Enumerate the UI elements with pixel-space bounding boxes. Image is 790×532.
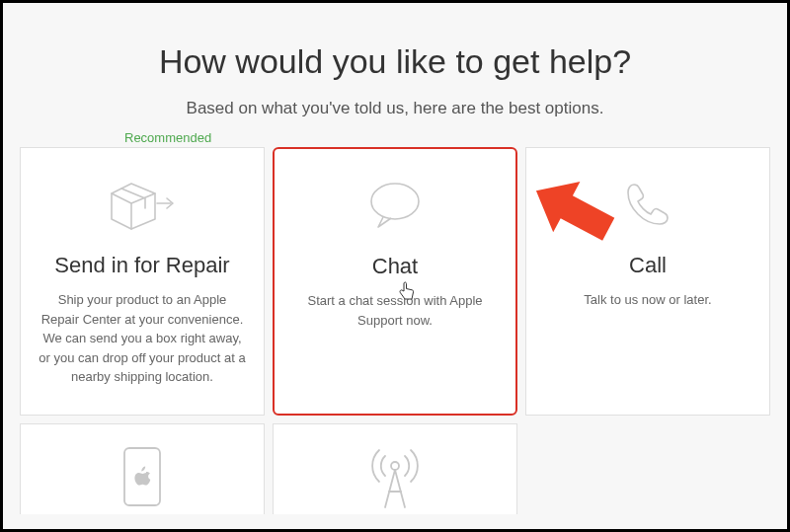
option-card-antenna[interactable]: [273, 423, 517, 514]
card-title-chat: Chat: [372, 254, 418, 279]
options-grid: Send in for Repair Ship your product to …: [18, 147, 772, 416]
option-card-send-in-repair[interactable]: Send in for Repair Ship your product to …: [20, 147, 265, 416]
page-title: How would you like to get help?: [18, 42, 772, 81]
card-title-call: Call: [629, 253, 667, 278]
option-card-apple-device[interactable]: [20, 423, 265, 514]
svg-point-0: [371, 184, 419, 219]
card-desc-chat: Start a chat session with Apple Support …: [292, 291, 498, 330]
phone-icon: [618, 170, 677, 239]
apple-device-icon: [113, 442, 172, 509]
card-title-repair: Send in for Repair: [54, 253, 229, 278]
box-ship-icon: [106, 170, 179, 239]
card-desc-call: Talk to us now or later.: [584, 290, 711, 310]
card-desc-repair: Ship your product to an Apple Repair Cen…: [39, 290, 246, 387]
page-subtitle: Based on what you've told us, here are t…: [18, 99, 772, 118]
options-row2: [18, 423, 772, 514]
option-card-call[interactable]: Call Talk to us now or later.: [525, 147, 770, 416]
option-card-chat[interactable]: Chat Start a chat session with Apple Sup…: [273, 147, 517, 416]
antenna-icon: [363, 442, 427, 509]
recommended-label: Recommended: [124, 130, 772, 145]
svg-point-2: [391, 462, 399, 470]
chat-bubble-icon: [363, 171, 427, 240]
